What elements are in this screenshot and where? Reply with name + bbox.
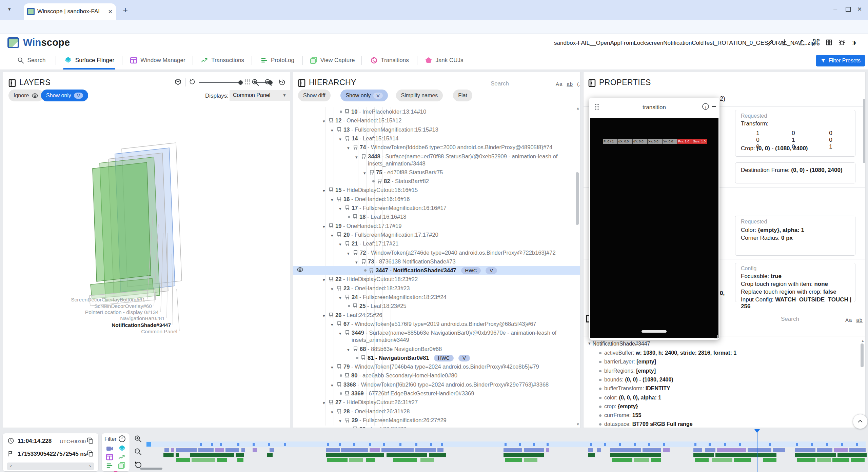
expand-arrow-icon[interactable]: ▾ [355,259,360,266]
download-trace-icon[interactable] [781,39,788,46]
expand-arrow-icon[interactable]: ▾ [339,205,344,212]
tree-node-26[interactable]: ▾26 - Leaf:24:25#26 [293,312,580,319]
filter-trace-txn-icon[interactable] [118,453,125,461]
documentation-icon[interactable] [825,39,833,46]
expand-arrow-icon[interactable]: ▾ [347,250,352,257]
property-bufferTransform[interactable]: bufferTransform: IDENTITY [599,386,670,392]
ignore-chip[interactable]: Ignore [8,90,43,101]
chip-flat[interactable]: Flat [453,90,472,101]
expand-arrow-icon[interactable]: ▾ [331,364,336,371]
rotation-slider[interactable] [199,82,240,83]
expand-arrow-icon[interactable]: ▾ [323,187,328,194]
expand-arrow-icon[interactable]: ▾ [331,321,336,328]
edit-trace-icon[interactable] [767,39,774,46]
rotation-slider-handle[interactable] [238,80,243,85]
expand-arrow-icon[interactable]: ▾ [323,312,328,319]
expand-arrow-icon[interactable]: ▾ [339,330,344,337]
expand-arrow-icon[interactable]: ▾ [323,399,328,407]
nav-tab-surface-flinger[interactable]: Surface Flinger [60,52,119,69]
tree-node-14[interactable]: ▾14 - Leaf:15:15#14 [293,135,580,143]
filter-presets-button[interactable]: Filter Presets [816,55,865,66]
new-tab-button[interactable]: + [123,5,128,15]
property-bounds[interactable]: bounds: (0, 0) - (1080, 2400) [599,377,673,383]
next-frame-icon[interactable]: › [89,463,91,469]
filter-trace-videocam-icon[interactable] [106,445,113,452]
minimize-overlay-icon[interactable] [712,106,716,107]
expand-arrow-icon[interactable]: ▾ [331,286,336,293]
main-properties-scrollbar[interactable] [863,99,866,163]
report-bug-icon[interactable] [838,39,846,46]
tree-node-3447[interactable]: 3447 - NotificationShade#3447HWCV [293,267,580,274]
property-root-node[interactable]: ▾NotificationShade#3447 [588,341,650,347]
tree-node-30[interactable]: 30 - Leaf:26:27#30 [293,426,580,428]
search-tool-match-word-icon[interactable]: ab [856,317,863,323]
reset-view-icon[interactable] [278,78,286,86]
tree-node-13[interactable]: ▾13 - FullscreenMagnification:15:15#13 [293,126,580,134]
filter-trace-viewcap-icon[interactable] [118,462,125,469]
property-activeBuffer[interactable]: activeBuffer: w: 1080, h: 2400, stride: … [599,350,736,356]
search-tool-match-case-icon[interactable]: Aa [845,317,852,323]
nav-tab-jank-cujs[interactable]: Jank CUJs [421,52,467,69]
collapse-panel-icon[interactable] [298,79,305,87]
properties-scrollbar[interactable] [861,343,864,367]
tree-node-68[interactable]: ▾68 - 885b63e NavigationBar0#68 [293,346,580,353]
properties-search-input[interactable]: Search [781,316,799,322]
nav-tab-search[interactable]: Search [10,52,52,69]
tree-node-25[interactable]: 25 - Leaf:18:23#25 [293,302,580,310]
tab-close-icon[interactable]: ✕ [108,8,113,15]
timeline-zoom-in-icon[interactable] [134,435,142,443]
filter-trace-transitions-icon[interactable] [112,470,119,472]
copy-ns-icon[interactable] [87,450,94,457]
layer-label-navigationbar0-81[interactable]: NavigationBar0#81 [3,315,165,321]
property-blurRegions[interactable]: blurRegions: [empty] [599,368,656,374]
layer-label-pointerlocation-display-0-134[interactable]: PointerLocation - display 0#134 [3,309,159,315]
resize-corner-handle[interactable] [714,335,718,338]
window-maximize-icon[interactable] [846,7,851,12]
tree-node-12[interactable]: ▾12 - OneHanded:15:15#12 [293,117,580,125]
property-crop[interactable]: crop: {empty} [599,404,638,410]
nav-tab-protolog[interactable]: ProtoLog [256,52,299,69]
tree-node-27[interactable]: ▾27 - HideDisplayCutout:26:31#27 [293,399,580,407]
tree-node-3449[interactable]: ▾3449 - Surface(name=885b63e NavigationB… [293,329,580,343]
filter-trace-sf-icon[interactable] [118,445,126,452]
layer-label-screendecoroverlaybottom-61[interactable]: ScreenDecorOverlayBottom#61 [3,297,145,303]
expand-arrow-icon[interactable]: ▾ [347,144,352,152]
hierarchy-search-input[interactable]: Search [491,80,509,87]
ns-timestamp-value[interactable]: 1715339054227572545 ns [18,451,87,457]
dark-mode-icon[interactable]: ◑ [851,37,856,48]
displays-dropdown[interactable]: Common Panel ▼ [230,90,290,101]
hierarchy-scrollbar[interactable] [576,172,579,225]
tree-node-81[interactable]: 81 - NavigationBar0#81HWCV [293,354,580,362]
window-close-icon[interactable]: ✕ [857,6,862,13]
tree-node-28[interactable]: ▾28 - OneHanded:26:31#28 [293,408,580,416]
expand-arrow-icon[interactable]: ▾ [323,223,328,230]
frame-nav-bar[interactable]: ‹ › [7,463,94,470]
expand-arrow-icon[interactable]: ▾ [339,294,344,301]
tree-node-29[interactable]: ▾29 - FullscreenMagnification:26:27#29 [293,417,580,425]
expand-arrow-icon[interactable]: ▾ [331,196,336,203]
expand-arrow-icon[interactable]: ▾ [323,118,328,125]
browser-tab[interactable]: Winscope | sandbox-FAI ✕ [24,3,116,20]
window-minimize-icon[interactable]: – [833,5,837,13]
collapse-filter-icon[interactable]: ⌃ [119,435,125,442]
layers-3d-canvas[interactable]: ScreenDecorOverlayBottom#61ScreenDecorOv… [3,104,290,428]
collapse-panel-icon[interactable] [588,79,596,87]
tree-node-3448[interactable]: ▾3448 - Surface(name=ed70f88 StatusBar)/… [293,153,580,167]
tree-node-21[interactable]: ▾21 - Leaf:17:17#21 [293,240,580,248]
layer-label-common-panel[interactable]: Common Panel [3,329,177,335]
tree-node-19[interactable]: ▾19 - OneHanded:17:17#19 [293,222,580,230]
tree-node-79[interactable]: ▾79 - WindowToken{7046b4a type=2024 andr… [293,363,580,371]
nav-tab-view-capture[interactable]: View Capture [307,52,358,69]
show-only-chip[interactable]: Show onlyV [41,90,88,101]
expand-arrow-icon[interactable]: ▾ [331,127,336,134]
tree-node-18[interactable]: 18 - Leaf:16:16#18 [293,213,580,220]
expand-arrow-icon[interactable]: ▾ [355,154,360,161]
filter-trace-protolog-icon[interactable] [106,462,113,469]
layer-label-screendecoroverlay-60[interactable]: ScreenDecorOverlay#60 [3,303,152,309]
tree-node-75[interactable]: ▾75 - ed70f88 StatusBar#75 [293,169,580,177]
tab-search-icon[interactable]: ▾ [8,6,11,12]
tree-node-16[interactable]: ▾16 - OneHanded:16:16#16 [293,196,580,203]
prev-frame-icon[interactable]: ‹ [10,463,12,469]
scroll-to-top-button[interactable] [853,414,868,429]
tree-node-17[interactable]: ▾17 - FullscreenMagnification:16:16#17 [293,204,580,212]
